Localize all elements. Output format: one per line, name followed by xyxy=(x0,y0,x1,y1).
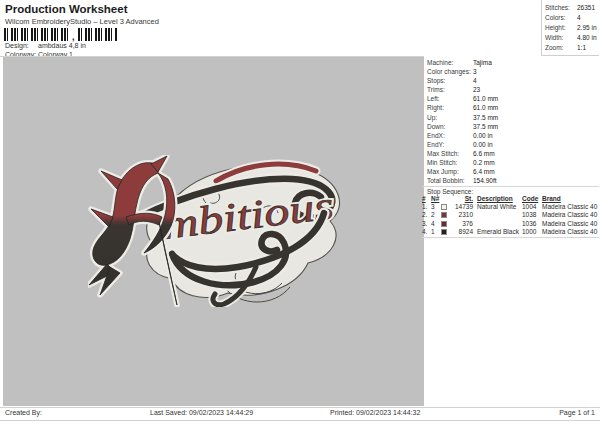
machine-label: EndX: xyxy=(427,131,473,140)
thread-code: 1000 xyxy=(522,228,542,236)
ambitious-embroidery-artwork: mbitious mbitious xyxy=(88,155,348,307)
machine-value: Tajima xyxy=(473,58,492,67)
table-row: 1. 3 14739 Natural White 1004 Madeira Cl… xyxy=(422,203,599,211)
machine-label: Min Stitch: xyxy=(427,158,473,167)
stat-label: Colors: xyxy=(545,13,577,23)
thread-color-swatch xyxy=(441,221,447,227)
row-num: 3. xyxy=(422,220,431,228)
row-num: 2. xyxy=(422,211,431,219)
machine-row: Up:37.5 mm xyxy=(427,113,599,122)
design-barcode: , xyxy=(4,27,117,41)
machine-row: Color changes:3 xyxy=(427,67,599,76)
page-title: Production Worksheet xyxy=(5,3,127,15)
thread-code: 1038 xyxy=(522,211,542,219)
machine-label: Max Jump: xyxy=(427,167,473,176)
machine-label: Stops: xyxy=(427,76,473,85)
stop-sequence-table: # N# St. Description Code Brand 1. 3 147… xyxy=(422,195,599,236)
last-saved-text: Last Saved: 09/02/2023 14:44:29 xyxy=(150,409,253,416)
stat-label: Zoom: xyxy=(545,43,577,53)
table-row: 2. 2 2310 1038 Madeira Classic 40 xyxy=(422,211,599,219)
machine-value: 0.2 mm xyxy=(473,158,495,167)
machine-value: 37.5 mm xyxy=(473,122,498,131)
machine-row: Left:61.0 mm xyxy=(427,94,599,103)
stat-stitches: Stitches: 26351 xyxy=(542,3,599,13)
needle-num: 4 xyxy=(431,220,441,228)
printed-text: Printed: 09/02/2023 14:44:32 xyxy=(330,409,420,416)
machine-row: Trims:23 xyxy=(427,85,599,94)
thread-description: Emerald Black xyxy=(473,228,522,236)
thread-color-swatch xyxy=(441,204,447,210)
needle-num: 1 xyxy=(431,228,441,236)
machine-row: Min Stitch:0.2 mm xyxy=(427,158,599,167)
table-header-row: # N# St. Description Code Brand xyxy=(422,195,599,203)
machine-row: Machine:Tajima xyxy=(427,58,599,67)
stitch-count: 2310 xyxy=(452,211,473,219)
needle-num: 3 xyxy=(431,203,441,211)
design-label: Design: xyxy=(5,42,29,49)
stat-label: Height: xyxy=(545,23,577,33)
machine-value: 61.0 mm xyxy=(473,103,498,112)
machine-row: Down:37.5 mm xyxy=(427,122,599,131)
machine-row: Max Stitch:6.6 mm xyxy=(427,149,599,158)
app-subtitle: Wilcom EmbroideryStudio – Level 3 Advanc… xyxy=(5,17,159,26)
production-worksheet-page: Production Worksheet Wilcom EmbroiderySt… xyxy=(0,0,600,424)
panel-divider xyxy=(422,237,599,238)
machine-value: 0.00 in xyxy=(473,131,493,140)
stitch-count: 376 xyxy=(452,220,473,228)
thread-description: Natural White xyxy=(473,203,522,211)
stat-value: 26351 xyxy=(577,3,595,13)
stat-value: 4.80 in xyxy=(577,33,597,43)
stat-label: Stitches: xyxy=(545,3,577,13)
col-st: St. xyxy=(452,195,473,203)
machine-label: Color changes: xyxy=(427,67,473,76)
col-code: Code xyxy=(522,195,542,203)
machine-label: Max Stitch: xyxy=(427,149,473,158)
col-description: Description xyxy=(473,195,522,203)
stat-width: Width: 4.80 in xyxy=(542,33,599,43)
thread-brand: Madeira Classic 40 xyxy=(542,203,599,211)
machine-value: 4 xyxy=(473,76,477,85)
machine-value: 154.90ft xyxy=(473,176,497,185)
table-row: 4. 1 8924 Emerald Black 1000 Madeira Cla… xyxy=(422,228,599,236)
stat-zoom: Zoom: 1:1 xyxy=(542,43,599,53)
machine-label: Right: xyxy=(427,103,473,112)
machine-row: EndY:0.00 in xyxy=(427,140,599,149)
stitch-count: 14739 xyxy=(452,203,473,211)
machine-value: 6.6 mm xyxy=(473,149,495,158)
thread-brand: Madeira Classic 40 xyxy=(542,220,599,228)
machine-value: 3 xyxy=(473,67,477,76)
machine-row: Total Bobbin:154.90ft xyxy=(427,176,599,185)
machine-label: Left: xyxy=(427,94,473,103)
thread-color-swatch xyxy=(441,229,447,235)
page-number: Page 1 of 1 xyxy=(559,409,595,416)
design-name: ambdaus 4,8 in xyxy=(38,42,86,49)
machine-value: 61.0 mm xyxy=(473,94,498,103)
machine-value: 23 xyxy=(473,85,480,94)
thread-code: 1004 xyxy=(522,203,542,211)
thread-code: 1036 xyxy=(522,220,542,228)
row-num: 4. xyxy=(422,228,431,236)
stat-value: 2.95 in xyxy=(577,23,597,33)
machine-value: 37.5 mm xyxy=(473,113,498,122)
thread-brand: Madeira Classic 40 xyxy=(542,228,599,236)
machine-value: 0.00 in xyxy=(473,140,493,149)
stat-height: Height: 2.95 in xyxy=(542,23,599,33)
design-stats-box: Stitches: 26351 Colors: 4 Height: 2.95 i… xyxy=(541,0,599,56)
stop-sequence-title: Stop Sequence: xyxy=(427,188,473,195)
stat-colors: Colors: 4 xyxy=(542,13,599,23)
barcode-icon xyxy=(78,28,117,41)
machine-label: Total Bobbin: xyxy=(427,176,473,185)
table-row: 3. 4 376 1036 Madeira Classic 40 xyxy=(422,220,599,228)
thread-brand: Madeira Classic 40 xyxy=(542,211,599,219)
machine-row: Max Jump:6.4 mm xyxy=(427,167,599,176)
machine-row: Right:61.0 mm xyxy=(427,103,599,112)
stat-label: Width: xyxy=(545,33,577,43)
machine-label: Down: xyxy=(427,122,473,131)
design-preview-canvas: mbitious mbitious xyxy=(3,57,424,406)
footer-bottom-divider xyxy=(0,420,600,421)
footer-divider xyxy=(0,407,600,408)
stat-value: 1:1 xyxy=(577,43,586,53)
row-num: 1. xyxy=(422,203,431,211)
machine-label: Up: xyxy=(427,113,473,122)
stat-value: 4 xyxy=(577,13,581,23)
